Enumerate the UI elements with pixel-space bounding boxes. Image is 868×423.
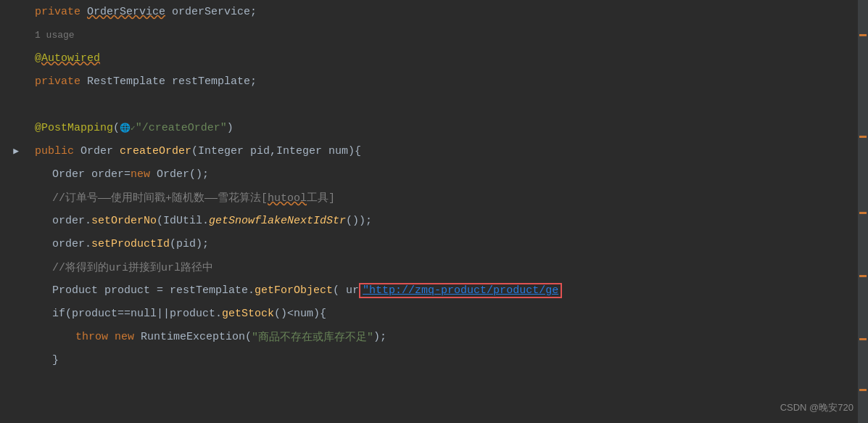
line-content: 1 usage [29,30,868,41]
code-line: @PostMapping(🌐✓"/createOrder") [0,116,868,139]
globe-icon: 🌐 [120,123,131,134]
line-content: throw new RuntimeException("商品不存在或库存不足")… [29,330,868,344]
line-content: private RestTemplate restTemplate; [29,75,868,88]
left-arrow-indicator: ▶ [13,145,19,157]
keyword: new [115,331,141,343]
method-name: getStock [222,308,274,320]
code-text: order. [52,215,91,227]
line-content: order.setProductId(pid); [29,238,868,250]
keyword: new [131,168,157,181]
code-line: throw new RuntimeException("商品不存在或库存不足")… [0,325,868,348]
code-line: //将得到的uri拼接到url路径中 [0,255,868,279]
csdn-watermark: CSDN @晚安720 [780,401,853,414]
code-text: ( [113,122,120,134]
check-mark: ✓ [131,123,136,133]
scrollbar-marker [859,389,867,391]
scrollbar-marker [859,136,867,138]
line-content: Product product = restTemplate.getForObj… [29,283,868,298]
string-value: "商品不存在或库存不足" [252,330,373,344]
code-line: } [0,348,868,371]
code-text: Product product = restTemplate. [52,284,255,297]
scrollbar-marker [859,275,867,277]
code-line: order.setProductId(pid); [0,232,868,255]
blank-line [0,93,868,116]
code-line: ▶ public Order createOrder(Integer pid,I… [0,139,868,163]
line-content: Order order=new Order(); [29,168,868,181]
code-line: private RestTemplate restTemplate; [0,70,868,93]
code-text: Order(); [157,168,209,181]
keyword: private [35,75,87,88]
line-number: ▶ [0,145,29,157]
type-name: OrderService [87,6,165,18]
line-content: //订单号——使用时间戳+随机数——雪花算法[hutool工具] [29,191,868,205]
code-text: (pid); [170,238,209,250]
code-text: RuntimeException( [141,331,252,343]
code-text: if(product==null||product. [52,308,222,320]
keyword: throw [75,331,115,343]
scrollbar-marker [859,34,867,36]
keyword: public [35,145,80,157]
method-name: createOrder [120,145,191,157]
keyword: private [35,6,87,18]
line-content: //将得到的uri拼接到url路径中 [29,260,868,274]
code-text: restTemplate; [165,75,257,88]
code-text: Order order= [52,168,131,181]
usage-hint: 1 usage [35,30,75,41]
method-name: getForObject [255,284,333,297]
method-name: setProductId [91,238,170,250]
code-editor: private OrderService orderService; 1 usa… [0,0,868,423]
code-text: ) [227,122,233,134]
scrollbar[interactable] [858,0,868,423]
code-line: private OrderService orderService; [0,0,868,23]
comment: //将得到的uri拼接到url路径中 [52,260,213,274]
type-name: Order [80,145,120,157]
code-text: (IdUtil. [157,215,209,227]
string-value: "/createOrder" [136,122,227,134]
url-highlight-box: "http://zmq-product/product/ge [359,283,562,298]
code-text: orderService; [165,6,257,18]
code-text: order. [52,238,91,250]
code-line: Product product = restTemplate.getForObj… [0,279,868,302]
annotation: @PostMapping [35,122,113,134]
line-content: if(product==null||product.getStock()<num… [29,308,868,320]
usage-hint-line: 1 usage [0,23,868,46]
scrollbar-marker [859,212,867,214]
line-content: @Autowired [29,52,868,65]
code-text: (Integer pid,Integer num){ [191,145,361,157]
annotation: @Autowired [35,52,100,65]
code-text: ); [373,331,387,343]
code-line: Order order=new Order(); [0,163,868,186]
code-line: order.setOrderNo(IdUtil.getSnowflakeNext… [0,209,868,232]
code-text: ( ur [333,284,359,297]
code-line: if(product==null||product.getStock()<num… [0,302,868,325]
type-name: RestTemplate [87,75,165,88]
code-text: ()); [346,215,372,227]
line-content: } [29,354,868,366]
method-name: setOrderNo [91,215,157,227]
code-text: ()<num){ [274,308,326,320]
method-name: getSnowflakeNextIdStr [209,215,346,227]
url-string: "http://zmq-product/product/ge [363,284,558,297]
code-line: @Autowired [0,46,868,70]
line-content: private OrderService orderService; [29,6,868,18]
code-text: } [52,354,59,366]
comment: //订单号——使用时间戳+随机数——雪花算法[hutool工具] [52,191,335,205]
line-content: @PostMapping(🌐✓"/createOrder") [29,122,868,134]
line-content: order.setOrderNo(IdUtil.getSnowflakeNext… [29,215,868,227]
line-content: public Order createOrder(Integer pid,Int… [29,145,868,157]
line-content [29,99,868,111]
scrollbar-marker [859,338,867,340]
code-line: //订单号——使用时间戳+随机数——雪花算法[hutool工具] [0,186,868,209]
